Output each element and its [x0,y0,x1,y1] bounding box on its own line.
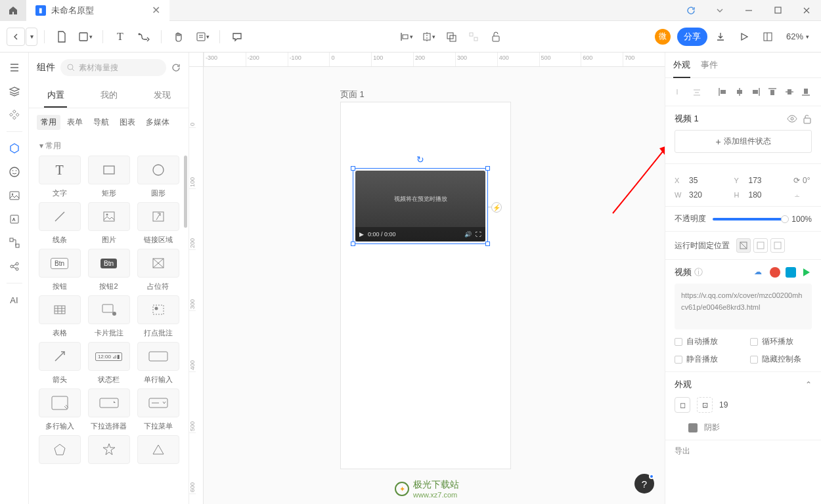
share-button[interactable]: 分享 [677,28,707,46]
play-button[interactable] [734,26,755,47]
tab-appearance[interactable]: 外观 [673,52,690,77]
play-icon[interactable]: ▶ [359,231,364,238]
cat-form[interactable]: 表单 [63,115,87,130]
component-polygon[interactable] [37,435,82,464]
rail-share[interactable] [5,257,24,276]
page-label[interactable]: 页面 1 [340,89,365,100]
tab-events[interactable]: 事件 [701,52,718,77]
pin-top[interactable] [753,238,768,253]
export-label[interactable]: 导出 [675,446,690,457]
visibility-icon[interactable] [787,114,797,124]
rail-flow[interactable] [5,233,24,253]
lock-tool[interactable] [485,26,506,47]
bilibili-source-icon[interactable] [786,267,796,278]
hand-tool[interactable] [168,26,189,47]
rail-components[interactable] [5,138,24,158]
component-按钮[interactable]: Btn按钮 [37,249,82,291]
home-button[interactable] [0,0,26,21]
note-tool[interactable]: ▾ [192,26,213,47]
selected-video-element[interactable]: ↻ 视频将在预览时播放 ▶ 0:00 / 0:00 🔊 ⛶ [353,168,488,244]
layout-button[interactable] [757,26,778,47]
pin-bottom[interactable] [770,238,785,253]
cat-nav[interactable]: 导航 [89,115,113,130]
pin-none[interactable] [736,238,751,253]
cat-media[interactable]: 多媒体 [142,115,173,130]
add-state-button[interactable]: +添加组件状态 [675,130,812,153]
connector-tool[interactable] [133,26,154,47]
history-dropdown[interactable]: ▾ [26,28,37,46]
volume-icon[interactable]: 🔊 [464,231,472,238]
rail-emoji[interactable] [5,162,24,182]
component-圆形[interactable]: 圆形 [135,156,181,198]
check-hidecontrols[interactable]: 隐藏控制条 [750,354,812,365]
align-right-icon[interactable] [749,85,763,99]
component-状态栏[interactable]: 12:00 ⊿▮状态栏 [86,342,131,385]
rail-outline[interactable] [5,58,24,77]
component-占位符[interactable]: 占位符 [135,249,181,291]
component-按钮2[interactable]: Btn按钮2 [86,249,131,291]
cat-common[interactable]: 常用 [37,115,60,130]
appearance-header[interactable]: 外观 [675,379,692,390]
info-icon[interactable]: ⓘ [694,267,703,277]
align-center-tool[interactable]: ▾ [418,26,439,47]
check-loop[interactable]: 循环播放 [750,336,812,347]
page-tool[interactable] [51,26,72,47]
align-center-icon[interactable] [732,85,746,99]
maximize-button[interactable] [763,0,792,21]
video-url-input[interactable]: https://v.qq.com/x/cover/mzc00200mhcv61p… [675,284,812,329]
rail-layers[interactable] [5,81,24,101]
x-value[interactable]: 35 [689,176,730,185]
tab-discover[interactable]: 发现 [135,83,189,108]
zoom-display[interactable]: 62%▾ [781,32,814,41]
corner-radius-value[interactable]: 19 [719,400,728,410]
h-value[interactable]: 180 [749,190,790,200]
close-tab-icon[interactable]: ✕ [152,4,160,16]
tab-mine[interactable]: 我的 [82,83,135,108]
rail-icons[interactable] [5,209,24,229]
group-tool[interactable] [463,26,484,47]
tencent-source-icon[interactable] [801,267,812,278]
component-triangle[interactable] [135,435,181,464]
align-middle-icon[interactable] [782,85,796,99]
corner-split-icon[interactable]: ⊡ [697,397,713,413]
unlock-icon[interactable] [803,114,812,124]
user-badge[interactable]: 微 [655,29,671,45]
rail-assets[interactable] [5,105,24,125]
align-top-icon[interactable] [766,85,780,99]
comment-tool[interactable] [227,26,248,47]
text-tool[interactable]: T [110,26,131,47]
align-center-h-icon[interactable] [690,85,703,99]
resize-handle[interactable] [485,166,490,171]
combine-tool[interactable] [441,26,462,47]
document-tab[interactable]: ▮ 未命名原型 ✕ [26,0,169,21]
resize-handle[interactable] [351,242,355,246]
minimize-button[interactable] [734,0,763,21]
y-value[interactable]: 173 [749,176,790,185]
refresh-button[interactable] [677,0,705,21]
download-button[interactable] [710,26,731,47]
back-button[interactable] [7,28,25,46]
rail-images[interactable] [5,186,24,205]
tab-builtin[interactable]: 内置 [29,83,82,108]
cloud-source-icon[interactable]: ☁ [754,267,765,278]
component-图片[interactable]: 图片 [86,202,131,245]
align-left-icon[interactable] [716,85,730,99]
shape-tool[interactable]: ▾ [75,26,96,47]
fullscreen-icon[interactable]: ⛶ [476,231,481,238]
rotate-handle-icon[interactable]: ↻ [416,154,424,165]
cat-chart[interactable]: 图表 [116,115,139,130]
component-卡片批注[interactable]: 卡片批注 [86,295,131,338]
help-button[interactable]: ? [634,474,654,494]
component-矩形[interactable]: 矩形 [86,156,131,198]
rail-ai[interactable]: AI [5,290,24,310]
check-mute[interactable]: 静音播放 [675,354,737,365]
close-window-button[interactable] [792,0,821,21]
resize-handle[interactable] [351,166,355,171]
component-链接区域[interactable]: 链接区域 [135,202,181,245]
component-star[interactable] [86,435,131,464]
component-多行输入[interactable]: 多行输入 [37,388,82,431]
component-打点批注[interactable]: 打点批注 [135,295,181,338]
component-箭头[interactable]: 箭头 [37,342,82,385]
align-left-icon[interactable] [673,85,687,99]
check-autoplay[interactable]: 自动播放 [675,336,737,347]
